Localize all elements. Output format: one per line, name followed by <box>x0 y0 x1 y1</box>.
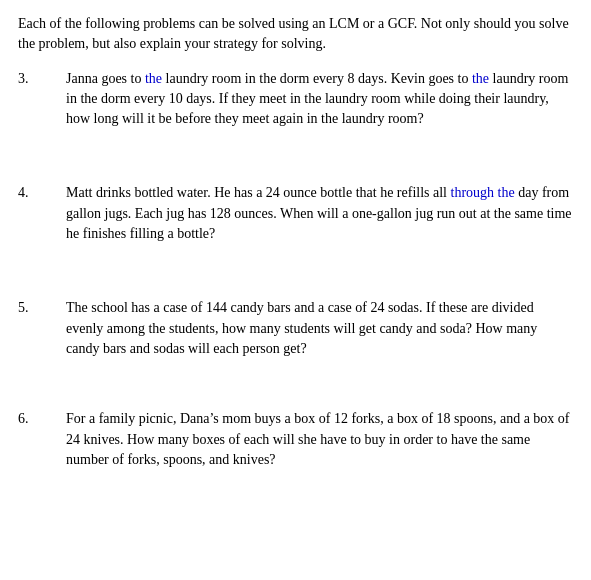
problem-item-1: 3.Janna goes to the laundry room in the … <box>18 69 573 130</box>
highlighted-text: through the <box>451 185 515 200</box>
problem-item-4: 6.For a family picnic, Dana’s mom buys a… <box>18 409 573 470</box>
intro-text: Each of the following problems can be so… <box>18 14 573 55</box>
spacer-2 <box>18 244 573 298</box>
problem-text-1: Janna goes to the laundry room in the do… <box>66 69 573 130</box>
problem-number-1: 3. <box>18 69 66 89</box>
highlighted-text: the <box>145 71 162 86</box>
problem-item-3: 5.The school has a case of 144 candy bar… <box>18 298 573 359</box>
problem-item-2: 4.Matt drinks bottled water. He has a 24… <box>18 183 573 244</box>
highlighted-text: the <box>472 71 489 86</box>
spacer-3 <box>18 359 573 409</box>
problem-text-4: For a family picnic, Dana’s mom buys a b… <box>66 409 573 470</box>
problem-text-3: The school has a case of 144 candy bars … <box>66 298 573 359</box>
spacer-1 <box>18 129 573 183</box>
problem-number-4: 6. <box>18 409 66 429</box>
problem-text-2: Matt drinks bottled water. He has a 24 o… <box>66 183 573 244</box>
problem-list: 3.Janna goes to the laundry room in the … <box>18 69 573 471</box>
problem-number-3: 5. <box>18 298 66 318</box>
problem-number-2: 4. <box>18 183 66 203</box>
